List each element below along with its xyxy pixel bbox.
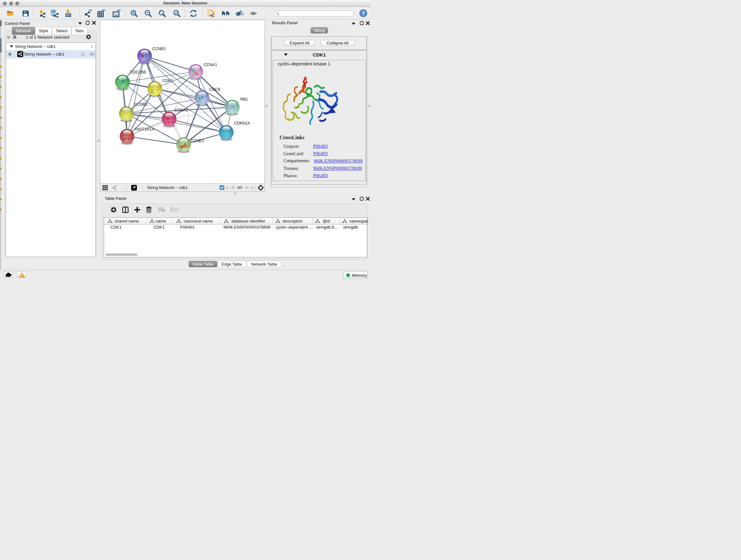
svg-text:HIST1H1A: HIST1H1A <box>135 127 154 132</box>
svg-text:CCNA2: CCNA2 <box>175 108 188 112</box>
svg-text:CDKN1A: CDKN1A <box>234 121 250 125</box>
svg-text:CCNB1: CCNB1 <box>134 102 148 107</box>
svg-text:CDC25B: CDC25B <box>130 70 146 74</box>
svg-text:CDK1: CDK1 <box>162 78 173 83</box>
svg-text:CCNB2: CCNB2 <box>152 47 165 51</box>
svg-text:CCNE1: CCNE1 <box>191 138 204 143</box>
svg-text:CCNA1: CCNA1 <box>204 63 217 67</box>
svg-text:RB1: RB1 <box>240 97 248 102</box>
svg-text:CDC6: CDC6 <box>209 87 220 91</box>
svg-text:?: ? <box>361 10 365 17</box>
